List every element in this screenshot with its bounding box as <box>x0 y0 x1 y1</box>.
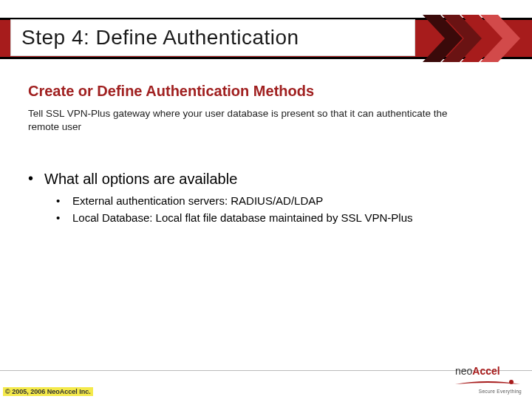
title-box: Step 4: Define Authentication <box>10 19 415 56</box>
copyright: © 2005, 2006 NeoAccel Inc. <box>3 387 93 396</box>
content-area: Create or Define Authentication Methods … <box>28 83 501 233</box>
chevrons-decoration <box>423 15 526 62</box>
logo-part2: Accel <box>472 365 499 377</box>
list-item-label: What all options are available <box>44 171 237 187</box>
sub-list-item: External authentication servers: RADIUS/… <box>56 194 501 208</box>
logo-tagline: Secure Everything <box>455 389 522 394</box>
subtitle: Create or Define Authentication Methods <box>28 83 501 100</box>
bullet-list: What all options are available External … <box>28 171 501 225</box>
description: Tell SSL VPN-Plus gateway where your use… <box>28 107 457 134</box>
logo-part1: neo <box>455 365 472 377</box>
footer-divider <box>0 370 532 371</box>
company-logo: neoAccel Secure Everything <box>455 365 522 395</box>
slide: Step 4: Define Authentication Create or … <box>0 0 532 399</box>
logo-swoosh-icon <box>455 380 520 387</box>
page-title: Step 4: Define Authentication <box>21 26 299 50</box>
sub-bullet-list: External authentication servers: RADIUS/… <box>56 194 501 225</box>
list-item: What all options are available External … <box>28 171 501 225</box>
logo-text: neoAccel <box>455 365 522 377</box>
svg-point-4 <box>509 380 514 384</box>
sub-list-item: Local Database: Local flat file database… <box>56 211 501 225</box>
